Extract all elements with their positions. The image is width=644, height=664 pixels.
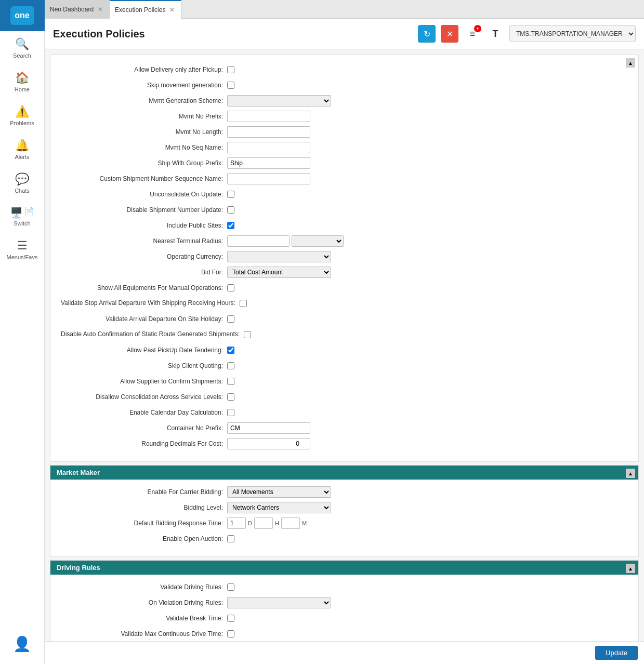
scroll-up-button[interactable]: ▲	[626, 58, 635, 68]
checkbox-validate-stop[interactable]	[240, 300, 247, 307]
sidebar-item-chats[interactable]: 💬 Chats	[0, 166, 44, 200]
update-button[interactable]: Update	[595, 646, 638, 660]
row-skip-movement: Skip movement generation:	[61, 79, 628, 91]
checkbox-include-public[interactable]	[227, 222, 234, 229]
sidebar-item-alerts[interactable]: 🔔 Alerts	[0, 132, 44, 166]
label-show-equipment: Show All Equipments For Manual Operation…	[61, 284, 227, 291]
checkbox-allow-delivery[interactable]	[227, 66, 234, 73]
label-disable-shipment: Disable Shipment Number Update:	[61, 206, 227, 214]
checkbox-validate-break[interactable]	[227, 615, 234, 622]
refresh-button[interactable]: ↻	[418, 25, 436, 43]
role-dropdown[interactable]: TMS.TRANSPORTATION_MANAGER	[509, 25, 636, 42]
checkbox-enable-open-auction[interactable]	[227, 535, 234, 542]
sidebar-label-search: Search	[13, 52, 31, 59]
label-validate-max-continuous: Validate Max Continuous Drive Time:	[61, 630, 227, 638]
sidebar-label-chats: Chats	[15, 188, 30, 194]
sidebar-label-problems: Problems	[10, 120, 34, 126]
label-mvmt-length: Mvmt No Length:	[61, 128, 227, 136]
label-enable-open-auction: Enable Open Auction:	[61, 535, 227, 542]
row-disable-shipment: Disable Shipment Number Update:	[61, 204, 628, 216]
checkbox-validate-arrival[interactable]	[227, 315, 234, 323]
row-enable-calendar: Enable Calendar Day Calculation:	[61, 406, 628, 419]
input-rounding-decimals[interactable]	[227, 438, 310, 449]
input-nearest-terminal-value[interactable]	[227, 235, 290, 247]
select-operating-currency[interactable]	[227, 251, 331, 262]
label-mvmt-prefix: Mvmt No Prefix:	[61, 113, 227, 120]
tab-execution-policies[interactable]: Execution Policies ✕	[110, 0, 181, 19]
checkbox-validate-max-continuous[interactable]	[227, 630, 234, 638]
market-maker-scroll-up[interactable]: ▲	[626, 469, 635, 478]
checkbox-disable-shipment[interactable]	[227, 206, 234, 214]
bell-icon: 🔔	[15, 139, 29, 152]
row-validate-driving: Validate Driving Rules:	[61, 581, 628, 593]
checkbox-unconsolidate[interactable]	[227, 191, 234, 198]
input-mvmt-length[interactable]	[227, 126, 310, 138]
driving-rules-header: Driving Rules	[50, 561, 638, 575]
user-avatar[interactable]: 👤	[0, 629, 44, 659]
avatar-icon: 👤	[13, 635, 31, 653]
checkbox-enable-calendar[interactable]	[227, 409, 234, 416]
menu-button[interactable]: ≡ +	[464, 25, 481, 43]
menu-icon: ☰	[17, 239, 28, 253]
label-allow-past: Allow Past PickUp Date Tendering:	[61, 347, 227, 354]
sidebar-item-search[interactable]: 🔍 Search	[0, 31, 44, 65]
sidebar-item-home[interactable]: 🏠 Home	[0, 65, 44, 99]
label-validate-break: Validate Break Time:	[61, 615, 227, 622]
checkbox-allow-past[interactable]	[227, 347, 234, 354]
input-bidding-h[interactable]	[254, 517, 273, 529]
main-area: Neo Dashboard ✕ Execution Policies ✕ Exe…	[45, 0, 644, 664]
cancel-button[interactable]: ✕	[441, 25, 458, 43]
label-container-no: Container No Prefix:	[61, 424, 227, 432]
row-rounding-decimals: Rounding Decimals For Cost:	[61, 437, 628, 450]
tab-neo-dashboard-close[interactable]: ✕	[97, 6, 104, 13]
tab-execution-policies-close[interactable]: ✕	[168, 6, 176, 14]
sidebar-item-switch[interactable]: 🖥️ 📄 Switch	[0, 200, 44, 233]
row-bid-for: Bid For: Total Cost Amount Base Rate	[61, 266, 628, 278]
row-disable-auto: Disable Auto Confirmation of Static Rout…	[61, 328, 628, 341]
input-bidding-m[interactable]	[281, 517, 300, 529]
tab-bar: Neo Dashboard ✕ Execution Policies ✕	[45, 0, 644, 19]
input-ship-group[interactable]	[227, 157, 310, 169]
row-mvmt-prefix: Mvmt No Prefix:	[61, 110, 628, 123]
tab-neo-dashboard[interactable]: Neo Dashboard ✕	[45, 0, 110, 19]
row-unconsolidate: Unconsolidate On Update:	[61, 188, 628, 201]
driving-rules-scroll-up[interactable]: ▲	[626, 564, 635, 573]
input-mvmt-seq[interactable]	[227, 142, 310, 153]
checkbox-skip-client[interactable]	[227, 362, 234, 369]
select-bidding-level[interactable]: Network Carriers All Carriers	[227, 502, 331, 513]
select-on-violation[interactable]	[227, 597, 331, 608]
checkbox-disable-auto[interactable]	[244, 331, 251, 338]
row-disallow-consolidation: Disallow Consolidation Across Service Le…	[61, 391, 628, 403]
sidebar: one 🔍 Search 🏠 Home ⚠️ Problems 🔔 Alerts…	[0, 0, 45, 664]
text-button[interactable]: T	[487, 25, 504, 43]
checkbox-validate-driving[interactable]	[227, 583, 234, 591]
tab-execution-policies-label: Execution Policies	[115, 6, 165, 14]
row-validate-arrival: Validate Arrival Departure On Site Holid…	[61, 313, 628, 325]
sidebar-item-problems[interactable]: ⚠️ Problems	[0, 99, 44, 132]
label-unconsolidate: Unconsolidate On Update:	[61, 191, 227, 198]
app-logo[interactable]: one	[0, 0, 45, 31]
label-bid-for: Bid For:	[61, 269, 227, 276]
select-enable-carrier[interactable]: All Movements None Selected	[227, 486, 331, 498]
input-mvmt-prefix[interactable]	[227, 111, 310, 122]
checkbox-allow-supplier[interactable]	[227, 378, 234, 385]
checkbox-show-equipment[interactable]	[227, 284, 234, 291]
input-bidding-d[interactable]	[227, 517, 246, 529]
label-enable-carrier: Enable For Carrier Bidding:	[61, 488, 227, 496]
select-mvmt-scheme[interactable]	[227, 95, 331, 107]
row-show-equipment: Show All Equipments For Manual Operation…	[61, 282, 628, 294]
select-bid-for[interactable]: Total Cost Amount Base Rate	[227, 267, 331, 278]
input-custom-shipment[interactable]	[227, 173, 310, 184]
checkbox-skip-movement[interactable]	[227, 82, 234, 89]
label-nearest-terminal: Nearest Terminal Radius:	[61, 237, 227, 245]
chat-icon: 💬	[15, 172, 29, 186]
row-mvmt-seq: Mvmt No Seq Name:	[61, 141, 628, 154]
sidebar-item-menus[interactable]: ☰ Menus/Favs	[0, 233, 44, 267]
row-validate-stop: Validate Stop Arrival Departure With Shi…	[61, 297, 628, 310]
label-allow-supplier: Allow Supplier to Confirm Shipments:	[61, 378, 227, 385]
checkbox-disallow-consolidation[interactable]	[227, 393, 234, 401]
label-on-violation: On Violation Driving Rules:	[61, 599, 227, 606]
input-container-no[interactable]	[227, 422, 310, 434]
content-body[interactable]: ▲ Allow Delivery only after Pickup: Skip…	[45, 49, 644, 641]
select-nearest-terminal-unit[interactable]	[292, 235, 344, 247]
